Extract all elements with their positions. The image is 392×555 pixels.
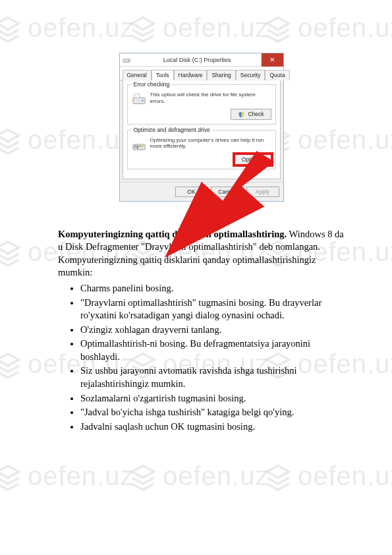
tab-security[interactable]: Security xyxy=(236,70,266,80)
tab-sharing[interactable]: Sharing xyxy=(207,70,235,80)
svg-marker-13 xyxy=(132,465,154,477)
error-checking-title: Error checking xyxy=(132,81,172,88)
list-item: Jadvalni saqlash uchun OK tugmasini bosi… xyxy=(80,421,345,434)
svg-rect-19 xyxy=(134,94,139,98)
list-item: Sozlamalarni o'zgartirish tugmasini bosi… xyxy=(80,392,345,405)
error-checking-text: This option will check the drive for fil… xyxy=(150,92,271,104)
list-item: Siz ushbu jarayonni avtomatik ravishda i… xyxy=(80,365,345,390)
svg-rect-24 xyxy=(141,146,143,147)
list-item: Charms panelini bosing. xyxy=(80,282,345,295)
article-lead: Kompyuteringizning qattiq disklarini opt… xyxy=(58,228,345,279)
optimize-button-label: Optimize xyxy=(242,156,264,163)
article-heading: Kompyuteringizning qattiq disklarini opt… xyxy=(58,229,287,239)
list-item: O'zingiz xohlagan drayverni tanlang. xyxy=(80,324,345,337)
optimize-group: Optimize and defragment drive Optimizing… xyxy=(127,130,276,169)
watermark-text: oefen.uz xyxy=(28,461,134,491)
tab-hardware[interactable]: Hardware xyxy=(174,70,208,80)
drive-icon xyxy=(123,56,130,64)
dialog-title: Local Disk (C:) Properties xyxy=(134,57,261,63)
cancel-button[interactable]: Cancel xyxy=(211,187,244,197)
svg-rect-21 xyxy=(134,146,136,147)
dialog-footer: OK Cancel Apply xyxy=(120,182,283,201)
check-button-label: Check xyxy=(248,111,264,117)
svg-marker-14 xyxy=(267,465,289,477)
tab-quota[interactable]: Quota xyxy=(265,70,289,80)
svg-rect-25 xyxy=(134,147,136,148)
svg-point-18 xyxy=(142,100,144,102)
drive-check-icon xyxy=(132,92,146,106)
watermark-text: oefen.uz xyxy=(298,461,392,491)
optimize-button[interactable]: Optimize xyxy=(235,154,271,165)
tab-general[interactable]: General xyxy=(123,70,152,80)
check-button[interactable]: Check xyxy=(231,109,271,120)
properties-dialog: Local Disk (C:) Properties ✕ General Too… xyxy=(119,53,284,202)
list-item: Optimallashtirish-ni bosing. Bu defragme… xyxy=(80,337,345,363)
tab-panel-tools: Error checking This option will check th… xyxy=(123,80,281,179)
optimize-text: Optimizing your computer's drives can he… xyxy=(150,137,271,150)
svg-marker-12 xyxy=(0,465,19,477)
defrag-icon xyxy=(132,137,146,152)
svg-rect-26 xyxy=(136,147,138,148)
tab-tools[interactable]: Tools xyxy=(152,70,174,80)
shield-icon xyxy=(238,111,244,118)
watermark-text: oefen.uz xyxy=(163,461,269,491)
svg-rect-20 xyxy=(132,144,144,150)
apply-button[interactable]: Apply xyxy=(246,187,279,197)
close-button[interactable]: ✕ xyxy=(261,53,283,67)
svg-rect-22 xyxy=(136,146,138,147)
article-body: Kompyuteringizning qattiq disklarini opt… xyxy=(58,228,345,433)
close-icon: ✕ xyxy=(269,56,275,63)
dialog-titlebar: Local Disk (C:) Properties ✕ xyxy=(120,53,283,67)
list-item: "Drayvlarni optimallashtirish" tugmasini… xyxy=(80,297,345,322)
list-item: "Jadval bo'yicha ishga tushirish" katagi… xyxy=(80,406,345,419)
error-checking-group: Error checking This option will check th… xyxy=(127,84,276,125)
svg-rect-23 xyxy=(139,146,141,147)
article-list: Charms panelini bosing. "Drayvlarni opti… xyxy=(58,282,345,433)
optimize-title: Optimize and defragment drive xyxy=(132,127,212,133)
tab-strip: General Tools Hardware Sharing Security … xyxy=(120,67,283,80)
ok-button[interactable]: OK xyxy=(175,187,208,197)
properties-dialog-figure: Local Disk (C:) Properties ✕ General Too… xyxy=(119,53,284,202)
svg-point-16 xyxy=(128,60,129,61)
